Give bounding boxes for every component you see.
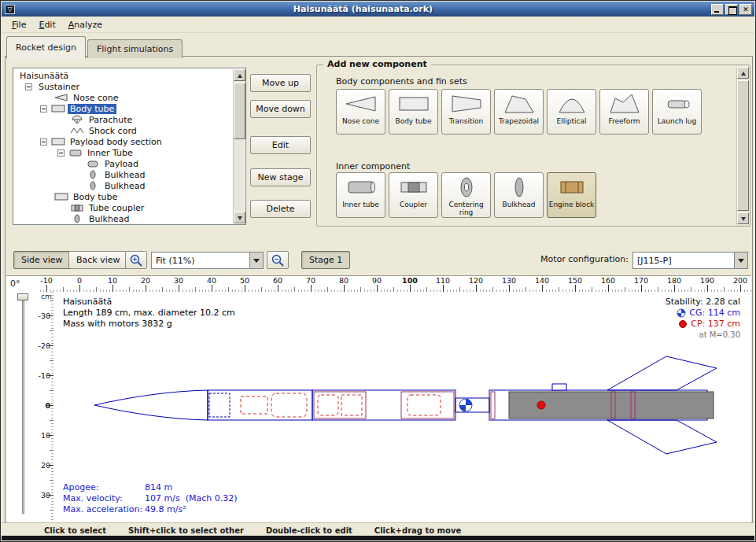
bodytube-icon (396, 92, 431, 116)
component-button-inner-tube[interactable]: Inner tube (336, 172, 385, 218)
body-tube-shape[interactable] (208, 390, 312, 420)
component-button-centering-ring[interactable]: Centering ring (441, 172, 491, 218)
trapezoidal-fin-icon (502, 92, 537, 116)
maximize-button[interactable] (725, 4, 738, 15)
tab-flight-simulations[interactable]: Flight simulations (87, 39, 183, 58)
scroll-up-icon[interactable] (737, 67, 749, 79)
component-button-elliptical-fin[interactable]: Elliptical (547, 89, 596, 135)
shock-cord-shape[interactable] (241, 396, 267, 414)
tree-item-payload-body-section[interactable]: Payload body section (13, 136, 233, 147)
tube-coupler-shape[interactable] (401, 392, 454, 418)
openrocket-window: Haisunäätä (haisunaata.ork) File Edit An… (0, 0, 756, 542)
tree-item-body-tube-2[interactable]: Body tube (13, 191, 233, 202)
bodytube-icon (51, 137, 65, 146)
menu-edit[interactable]: Edit (32, 17, 61, 32)
menu-file[interactable]: File (6, 17, 32, 32)
scroll-down-icon[interactable] (234, 212, 245, 223)
rocket-canvas: 0° -10 0 10 20 30 40 50 60 70 80 90 100 (6, 275, 751, 522)
hint-shift-click: Shift+click to select other (128, 526, 244, 535)
move-down-button[interactable]: Move down (250, 100, 311, 118)
tab-rocket-design[interactable]: Rocket design (6, 36, 86, 59)
close-button[interactable] (739, 4, 752, 15)
edit-button[interactable]: Edit (250, 136, 311, 154)
scrollbar-thumb[interactable] (737, 80, 749, 211)
coupler-icon (396, 175, 431, 199)
shockcord-icon (70, 126, 84, 135)
minimize-button[interactable] (711, 4, 724, 15)
cg-value: CG: 114 cm (689, 308, 740, 319)
motor-configuration-combo[interactable]: [J115-P] (632, 252, 748, 269)
tree-item-payload[interactable]: Payload (13, 158, 233, 169)
tree-item-bulkhead[interactable]: Bulkhead (13, 180, 233, 191)
motor-configuration-label: Motor configuration: (540, 254, 629, 264)
collapse-icon[interactable] (57, 149, 65, 157)
freeform-fin-icon (607, 92, 642, 116)
scrollbar-thumb[interactable] (234, 83, 245, 139)
hint-click-select: Click to select (44, 526, 106, 535)
rocket-mass: Mass with motors 3832 g (63, 319, 235, 330)
component-button-transition[interactable]: Transition (441, 89, 491, 135)
collapse-icon[interactable] (40, 138, 47, 146)
bulkhead-shape[interactable] (341, 395, 362, 415)
tree-item-tube-coupler[interactable]: Tube coupler (13, 202, 233, 213)
app-icon[interactable] (5, 5, 15, 14)
zoom-combo[interactable]: Fit (11%) (151, 252, 264, 269)
centering-ring-shape[interactable] (491, 392, 495, 418)
lower-fin-shape[interactable] (607, 420, 717, 454)
nose-cone-shape[interactable] (94, 390, 208, 420)
rotation-slider-track[interactable] (22, 295, 24, 514)
tree-item-bulkhead[interactable]: Bulkhead (13, 169, 233, 180)
move-up-button[interactable]: Move up (250, 74, 311, 92)
component-button-launch-lug[interactable]: Launch lug (652, 89, 702, 135)
collapse-icon[interactable] (25, 83, 32, 90)
side-view-button[interactable]: Side view (13, 251, 71, 269)
tree-item-rocket[interactable]: Haisunäätä (13, 70, 233, 81)
add-component-title: Add new component (323, 59, 431, 69)
stability-value: Stability: 2.28 cal (666, 297, 740, 308)
parachute-icon (70, 115, 84, 124)
zoom-out-button[interactable] (267, 251, 289, 269)
tree-item-bulkhead-3[interactable]: Bulkhead (13, 213, 233, 224)
parachute-shape[interactable] (271, 393, 307, 417)
cp-value: CP: 137 cm (691, 319, 740, 330)
tree-item-body-tube[interactable]: Body tube (13, 103, 233, 114)
tree-item-inner-tube[interactable]: Inner Tube (13, 147, 233, 158)
tree-item-sustainer[interactable]: Sustainer (13, 81, 233, 92)
tree-scrollbar[interactable] (233, 69, 245, 223)
component-button-body-tube[interactable]: Body tube (389, 89, 438, 135)
rocket-info: Haisunäätä Length 189 cm, max. diameter … (63, 297, 235, 330)
upper-fin-shape[interactable] (607, 356, 717, 390)
rocket-design-pane: Haisunäätä Sustainer Nose cone Body tube (5, 56, 753, 522)
scroll-up-icon[interactable] (234, 69, 245, 81)
tree-item-shock-cord[interactable]: Shock cord (13, 125, 233, 136)
selected-tree-item[interactable]: Body tube (68, 104, 116, 114)
scroll-down-icon[interactable] (737, 212, 749, 224)
rotation-slider-handle[interactable] (17, 293, 28, 300)
launch-lug-shape[interactable] (552, 384, 566, 390)
payload-shape[interactable] (318, 395, 338, 415)
tube-coupler-shape[interactable] (314, 392, 366, 418)
transition-icon (449, 92, 484, 116)
add-panel-scrollbar[interactable] (736, 67, 748, 224)
innertube-icon (68, 148, 83, 157)
collapse-icon[interactable] (40, 105, 47, 112)
chevron-down-icon[interactable] (249, 253, 263, 268)
component-button-trapezoidal-fin[interactable]: Trapezoidal (494, 89, 544, 135)
component-button-bulkhead[interactable]: Bulkhead (494, 172, 544, 218)
menu-analyze[interactable]: Analyze (62, 17, 109, 32)
new-stage-button[interactable]: New stage (250, 168, 311, 186)
tree-item-parachute[interactable]: Parachute (13, 114, 233, 125)
zoom-in-button[interactable] (125, 251, 147, 269)
component-button-engine-block[interactable]: Engine block (547, 172, 596, 218)
nose-shoulder-shape[interactable] (209, 393, 230, 417)
component-button-freeform-fin[interactable]: Freeform (599, 89, 649, 135)
component-button-coupler[interactable]: Coupler (389, 172, 438, 218)
stability-info: Stability: 2.28 cal CG: 114 cm CP: 137 c… (666, 297, 740, 341)
back-view-button[interactable]: Back view (68, 251, 128, 269)
stage-1-button[interactable]: Stage 1 (301, 251, 350, 269)
component-button-nose-cone[interactable]: Nose cone (336, 89, 385, 135)
payload-shape[interactable] (408, 395, 441, 415)
tree-item-nose-cone[interactable]: Nose cone (13, 92, 233, 103)
delete-button[interactable]: Delete (250, 200, 311, 218)
chevron-down-icon[interactable] (734, 253, 747, 268)
